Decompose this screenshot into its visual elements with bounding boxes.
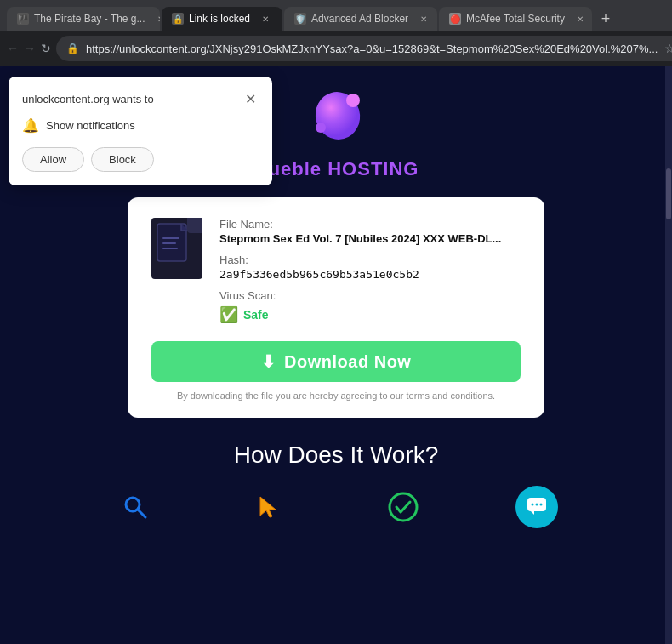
popup-notification-row: 🔔 Show notifications bbox=[22, 117, 259, 134]
svg-point-2 bbox=[316, 123, 326, 133]
svg-rect-5 bbox=[162, 242, 176, 244]
search-icon[interactable] bbox=[114, 486, 157, 528]
svg-point-14 bbox=[536, 504, 538, 506]
virus-status-text: Safe bbox=[243, 308, 269, 322]
tab-favicon-3: 🛡️ bbox=[294, 13, 306, 25]
checkmark-icon bbox=[382, 486, 424, 528]
file-icon-area bbox=[151, 218, 202, 324]
download-button[interactable]: ⬇ Download Now bbox=[151, 341, 521, 382]
svg-point-13 bbox=[532, 504, 534, 506]
allow-button[interactable]: Allow bbox=[22, 147, 84, 172]
svg-line-8 bbox=[138, 510, 145, 517]
hash-value: 2a9f5336ed5b965c69b53a51e0c5b2 bbox=[219, 268, 521, 281]
block-button[interactable]: Block bbox=[91, 147, 154, 172]
back-button[interactable]: ← bbox=[7, 37, 19, 60]
forward-button[interactable]: → bbox=[24, 37, 36, 60]
scrollbar[interactable] bbox=[665, 66, 672, 644]
address-lock-icon: 🔒 bbox=[66, 43, 79, 54]
tab-close-1[interactable]: ✕ bbox=[154, 12, 160, 26]
bottom-icons bbox=[0, 486, 672, 528]
svg-point-10 bbox=[390, 493, 417, 521]
logo-blob bbox=[302, 83, 370, 151]
tab-link-locked[interactable]: 🔒 Link is locked ✕ bbox=[162, 7, 282, 31]
bell-icon: 🔔 bbox=[22, 117, 39, 134]
svg-point-1 bbox=[346, 94, 360, 107]
tab-label-3: Advanced Ad Blocker bbox=[311, 13, 408, 25]
tab-pirate-bay[interactable]: 🏴 The Pirate Bay - The g... ✕ bbox=[7, 7, 160, 31]
svg-rect-6 bbox=[162, 248, 178, 249]
download-button-label: Download Now bbox=[284, 352, 411, 372]
tab-bar: 🏴 The Pirate Bay - The g... ✕ 🔒 Link is … bbox=[0, 0, 672, 31]
file-name-label: File Name: bbox=[219, 218, 521, 231]
file-info: File Name: Stepmom Sex Ed Vol. 7 [Nubile… bbox=[219, 218, 521, 324]
new-tab-button[interactable]: + bbox=[594, 7, 618, 31]
tab-favicon-4: 🔴 bbox=[449, 13, 461, 25]
tab-close-2[interactable]: ✕ bbox=[259, 12, 272, 26]
scrollbar-thumb[interactable] bbox=[666, 168, 671, 219]
chat-icon[interactable] bbox=[515, 486, 558, 528]
terms-text: By downloading the file you are hereby a… bbox=[151, 390, 521, 401]
address-bar[interactable]: 🔒 https://unlockcontent.org/JXNjsy291Osk… bbox=[56, 36, 672, 61]
file-name-value: Stepmom Sex Ed Vol. 7 [Nubiles 2024] XXX… bbox=[219, 232, 521, 245]
popup-title: unlockcontent.org wants to bbox=[22, 93, 154, 105]
logo-area: Queble HOSTING bbox=[253, 83, 419, 180]
svg-marker-9 bbox=[260, 497, 276, 517]
address-bar-row: ← → ↻ 🔒 https://unlockcontent.org/JXNjsy… bbox=[0, 31, 672, 66]
address-text: https://unlockcontent.org/JXNjsy291OskMZ… bbox=[86, 43, 658, 55]
popup-header: unlockcontent.org wants to ✕ bbox=[22, 90, 259, 107]
file-card-inner: File Name: Stepmom Sex Ed Vol. 7 [Nubile… bbox=[151, 218, 521, 324]
cursor-icon bbox=[248, 486, 290, 528]
tab-favicon-1: 🏴 bbox=[17, 13, 29, 25]
svg-marker-12 bbox=[531, 511, 534, 515]
page-content: PIRATE unlockcontent.org wants to ✕ 🔔 Sh… bbox=[0, 66, 672, 644]
how-it-works-heading: How Does It Work? bbox=[234, 442, 439, 469]
popup-buttons: Allow Block bbox=[22, 147, 259, 172]
virus-status: ✅ Safe bbox=[219, 305, 521, 324]
hash-label: Hash: bbox=[219, 254, 521, 266]
browser-chrome: 🏴 The Pirate Bay - The g... ✕ 🔒 Link is … bbox=[0, 0, 672, 66]
svg-rect-4 bbox=[162, 237, 179, 239]
tab-close-4[interactable]: ✕ bbox=[573, 12, 587, 26]
tab-close-3[interactable]: ✕ bbox=[417, 12, 430, 26]
tab-favicon-2: 🔒 bbox=[172, 13, 184, 25]
download-arrow-icon: ⬇ bbox=[261, 351, 276, 372]
notification-popup: unlockcontent.org wants to ✕ 🔔 Show noti… bbox=[9, 77, 272, 185]
popup-close-button[interactable]: ✕ bbox=[242, 90, 259, 107]
svg-point-15 bbox=[540, 504, 543, 506]
virus-scan-label: Virus Scan: bbox=[219, 289, 521, 302]
bookmark-icon[interactable]: ☆ bbox=[664, 42, 672, 55]
file-card: File Name: Stepmom Sex Ed Vol. 7 [Nubile… bbox=[128, 197, 544, 418]
tab-label-1: The Pirate Bay - The g... bbox=[34, 13, 145, 25]
file-icon bbox=[151, 218, 202, 279]
reload-button[interactable]: ↻ bbox=[41, 37, 51, 60]
virus-check-icon: ✅ bbox=[219, 305, 238, 324]
tab-mcafee[interactable]: 🔴 McAfee Total Security ✕ bbox=[439, 7, 592, 31]
tab-label-4: McAfee Total Security bbox=[466, 13, 565, 25]
tab-ad-blocker[interactable]: 🛡️ Advanced Ad Blocker ✕ bbox=[284, 7, 437, 31]
show-notifications-text: Show notifications bbox=[46, 119, 135, 132]
logo-title: Queble HOSTING bbox=[253, 158, 419, 180]
tab-label-2: Link is locked bbox=[189, 13, 250, 25]
